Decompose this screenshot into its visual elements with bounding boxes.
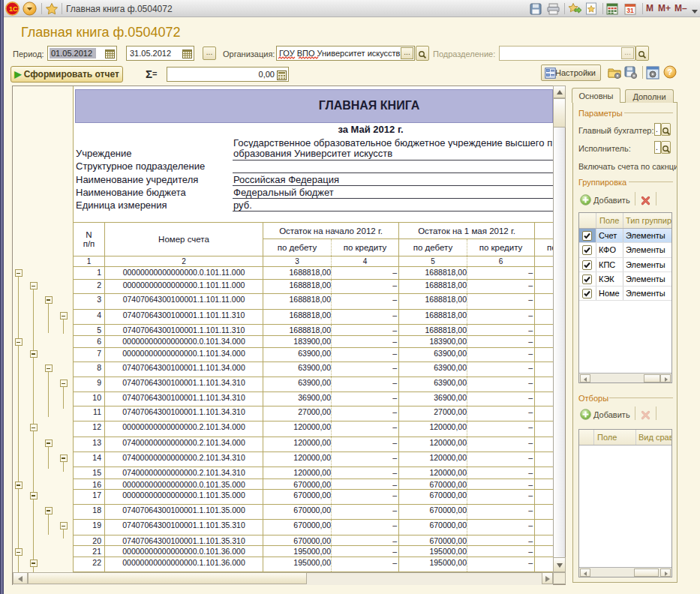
svg-text:31: 31: [626, 7, 634, 14]
svg-text:1C: 1C: [9, 5, 18, 13]
svg-text:?: ?: [668, 68, 673, 76]
